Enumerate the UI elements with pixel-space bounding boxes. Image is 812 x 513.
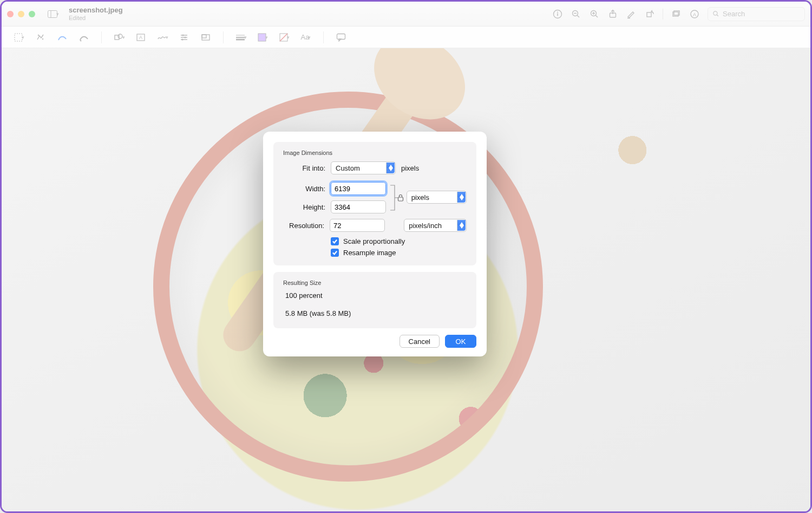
width-label: Width:: [283, 185, 325, 193]
svg-rect-41: [258, 34, 266, 41]
select-stepper-icon: [386, 163, 395, 173]
aspect-lock[interactable]: [388, 182, 403, 213]
width-input[interactable]: [331, 182, 386, 195]
wh-unit-select[interactable]: pixels: [407, 191, 467, 204]
svg-point-24: [42, 38, 43, 39]
svg-marker-47: [389, 168, 393, 171]
height-label: Height:: [283, 203, 325, 211]
wh-unit-value: pixels: [411, 193, 429, 202]
height-input[interactable]: [331, 200, 386, 213]
fit-into-unit: pixels: [401, 164, 419, 172]
titlebar-right-actions: A Search: [552, 7, 805, 21]
line-style-tool[interactable]: ▾: [234, 31, 247, 44]
svg-point-33: [182, 34, 184, 36]
highlight-icon[interactable]: A: [689, 9, 700, 20]
share-icon[interactable]: [607, 9, 618, 20]
resulting-size-panel: Resulting Size 100 percent 5.8 MB (was 5…: [273, 272, 476, 328]
svg-line-21: [717, 15, 718, 16]
svg-rect-37: [202, 35, 206, 38]
select-stepper-icon: [457, 220, 466, 231]
text-tool[interactable]: A: [134, 31, 147, 44]
svg-point-23: [38, 34, 39, 35]
selection-tool[interactable]: ▾: [12, 31, 25, 44]
scale-proportionally-checkbox[interactable]: [331, 237, 339, 245]
svg-point-34: [184, 36, 186, 38]
svg-line-25: [80, 40, 81, 41]
lock-icon: [397, 194, 404, 202]
info-icon[interactable]: [552, 9, 563, 20]
select-stepper-icon: [457, 192, 466, 203]
zoom-window-button[interactable]: [29, 11, 35, 17]
document-status: Edited: [69, 15, 123, 22]
svg-point-3: [557, 11, 558, 12]
resample-image-label: Resample image: [343, 249, 396, 257]
zoom-out-icon[interactable]: [571, 9, 581, 20]
markup-toolbar: ▾ ▾ A ▾ ▾ ▾ ▾ Aa▾: [2, 27, 810, 48]
instant-alpha-tool[interactable]: [34, 31, 47, 44]
rotate-icon[interactable]: [644, 9, 655, 20]
ok-button[interactable]: OK: [445, 335, 476, 348]
sign-tool[interactable]: ▾: [156, 31, 169, 44]
svg-marker-45: [339, 39, 341, 41]
svg-point-20: [713, 11, 717, 15]
svg-marker-51: [460, 197, 464, 200]
adjust-color-tool[interactable]: [178, 31, 191, 44]
scale-proportionally-label: Scale proportionally: [343, 237, 405, 245]
svg-rect-36: [202, 35, 209, 40]
adjust-size-dialog: Image Dimensions Fit into: Custom pixels…: [263, 132, 487, 356]
image-dimensions-panel: Image Dimensions Fit into: Custom pixels…: [273, 142, 476, 265]
fit-into-label: Fit into:: [283, 164, 325, 172]
search-icon: [712, 10, 719, 17]
svg-rect-4: [557, 13, 558, 16]
svg-text:A: A: [693, 11, 696, 17]
cancel-button[interactable]: Cancel: [400, 335, 440, 348]
minimize-window-button[interactable]: [18, 11, 24, 17]
resulting-filesize: 5.8 MB (was 5.8 MB): [285, 309, 467, 317]
titlebar: ▾ screenshot.jpeg Edited A Search: [2, 2, 810, 27]
svg-marker-53: [460, 225, 464, 229]
zoom-in-icon[interactable]: [589, 9, 600, 20]
svg-rect-15: [647, 12, 651, 17]
svg-line-9: [595, 15, 598, 17]
svg-line-6: [577, 15, 579, 17]
resolution-unit-value: pixels/inch: [409, 222, 442, 230]
fit-into-value: Custom: [336, 164, 360, 172]
font-style-tool[interactable]: Aa▾: [299, 31, 312, 44]
svg-rect-0: [48, 10, 57, 17]
resulting-percent: 100 percent: [285, 291, 467, 300]
fit-into-select[interactable]: Custom: [331, 161, 396, 174]
close-window-button[interactable]: [7, 11, 14, 17]
resolution-unit-select[interactable]: pixels/inch: [404, 219, 467, 232]
title-block: screenshot.jpeg Edited: [69, 7, 123, 22]
resample-image-checkbox[interactable]: [331, 249, 339, 257]
svg-rect-44: [337, 34, 345, 39]
svg-rect-22: [15, 34, 22, 41]
window-controls: [7, 11, 35, 17]
resulting-size-title: Resulting Size: [283, 280, 467, 286]
svg-point-35: [181, 38, 183, 40]
draw-tool[interactable]: [56, 31, 69, 44]
image-dimensions-title: Image Dimensions: [283, 150, 467, 156]
search-placeholder: Search: [723, 10, 745, 18]
svg-point-27: [118, 34, 122, 38]
search-field[interactable]: Search: [708, 7, 805, 21]
adjust-size-tool[interactable]: [199, 31, 212, 44]
shapes-tool[interactable]: ▾: [113, 31, 126, 44]
crop-icon[interactable]: [671, 9, 682, 20]
svg-text:A: A: [139, 35, 142, 40]
sketch-tool[interactable]: [77, 31, 90, 44]
markup-icon[interactable]: [626, 9, 637, 20]
resolution-input[interactable]: [330, 219, 385, 232]
sidebar-toggle-button[interactable]: ▾: [45, 7, 61, 21]
svg-line-43: [280, 34, 287, 41]
fill-color-tool[interactable]: ▾: [278, 31, 291, 44]
svg-rect-49: [398, 197, 403, 201]
border-color-tool[interactable]: ▾: [256, 31, 269, 44]
annotate-tool[interactable]: [335, 31, 348, 44]
document-title: screenshot.jpeg: [69, 7, 123, 15]
resolution-label: Resolution:: [283, 222, 324, 230]
